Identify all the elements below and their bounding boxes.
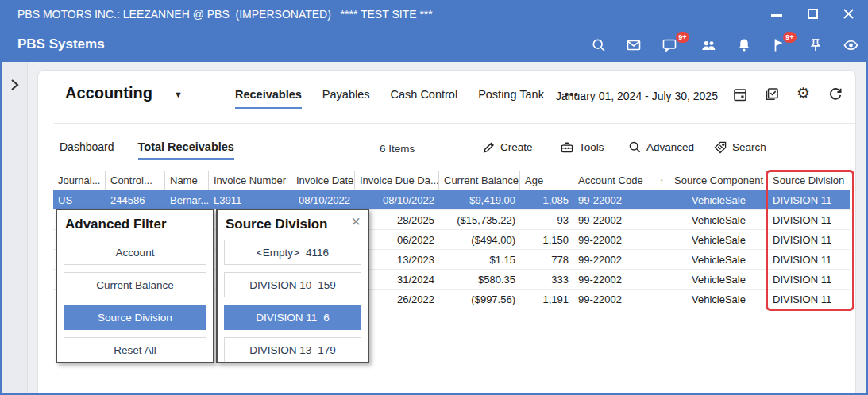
- cell-source-division: DIVISION 11: [768, 250, 850, 269]
- division-option-13[interactable]: DIVISION 13179: [224, 337, 361, 362]
- column-header-name[interactable]: Name: [165, 171, 209, 190]
- cell-age: 1,191: [520, 290, 573, 309]
- column-header-invoice-due-da[interactable]: Invoice Due Da...: [355, 171, 439, 190]
- pin-icon[interactable]: [808, 37, 824, 53]
- table-row[interactable]: US244586Bernar...L391108/10/202208/10/20…: [53, 190, 850, 210]
- cell-current-balance: ($997.56): [439, 290, 520, 309]
- tools-button[interactable]: Tools: [560, 140, 604, 154]
- table-header-row: Journal...Control...NameInvoice NumberIn…: [53, 171, 850, 190]
- cell-source-component: VehicleSale: [669, 210, 768, 229]
- pencil-icon: [482, 140, 496, 154]
- cell-age: 93: [520, 210, 573, 229]
- side-panel: [2, 62, 28, 393]
- cell-invoice-date: 08/10/2022: [291, 190, 355, 209]
- cell-account-code: 99-22002: [573, 230, 669, 249]
- tab-receivables[interactable]: Receivables: [235, 88, 302, 109]
- cell-current-balance: ($15,735.22): [439, 210, 520, 229]
- cell-account-code: 99-22002: [573, 190, 669, 209]
- column-header-invoice-number[interactable]: Invoice Number: [209, 171, 291, 190]
- chat-badge: 9+: [676, 32, 689, 43]
- tag-icon: [713, 140, 727, 154]
- column-header-journal[interactable]: Journal...: [53, 171, 106, 190]
- calendar-icon[interactable]: [732, 86, 748, 102]
- cell-invoice-due-da: 08/10/2022: [355, 190, 439, 209]
- filter-option-current-balance[interactable]: Current Balance: [64, 272, 206, 297]
- cell-account-code: 99-22002: [573, 210, 669, 229]
- magnifier-icon: [628, 140, 642, 154]
- minimize-button[interactable]: [771, 14, 782, 17]
- column-header-account-code[interactable]: Account Code↑: [573, 171, 669, 190]
- flag-badge: 9+: [783, 32, 797, 43]
- tab-dashboard[interactable]: Dashboard: [60, 140, 114, 160]
- advanced-filter-title: Advanced Filter: [65, 217, 206, 232]
- gear-icon[interactable]: ⚙: [797, 86, 810, 102]
- module-tabs: Receivables Payables Cash Control Postin…: [235, 88, 579, 109]
- cell-source-division: DIVISION 11: [768, 190, 850, 209]
- cell-account-code: 99-22002: [573, 290, 669, 309]
- column-header-age[interactable]: Age: [520, 171, 573, 190]
- cell-journal: US: [53, 190, 106, 209]
- cell-source-component: VehicleSale: [669, 230, 768, 249]
- close-icon[interactable]: ×: [351, 213, 361, 230]
- toolbox-icon: [560, 140, 574, 154]
- tab-total-receivables[interactable]: Total Receivables: [138, 140, 234, 160]
- cell-source-division: DIVISION 11: [768, 290, 850, 309]
- bell-icon[interactable]: [736, 37, 752, 53]
- tab-payables[interactable]: Payables: [322, 88, 370, 109]
- maximize-button[interactable]: [808, 9, 818, 19]
- tasks-icon[interactable]: [764, 86, 780, 102]
- filter-option-source-division[interactable]: Source Division: [64, 305, 206, 330]
- sort-ascending-icon: ↑: [660, 176, 665, 186]
- module-dropdown-arrow-icon[interactable]: ▼: [174, 90, 183, 99]
- cell-age: 1,085: [520, 190, 573, 209]
- advanced-filter-popup: Advanced Filter Account Current Balance …: [56, 209, 214, 363]
- search-icon[interactable]: [591, 37, 607, 53]
- cell-source-component: VehicleSale: [669, 270, 768, 289]
- window-title: PBS MOTORS INC.: LEEZANNEH @ PBS (IMPERS…: [17, 8, 433, 21]
- cell-account-code: 99-22002: [573, 250, 669, 269]
- mail-icon[interactable]: [626, 37, 642, 53]
- create-button[interactable]: Create: [482, 140, 533, 154]
- subnav-tabs: Dashboard Total Receivables: [60, 140, 234, 160]
- chat-icon[interactable]: [662, 37, 677, 53]
- cell-invoice-number: L3911: [209, 190, 291, 209]
- cell-age: 778: [520, 250, 573, 269]
- cell-source-division: DIVISION 11: [768, 270, 850, 289]
- division-option-11[interactable]: DIVISION 116: [224, 305, 361, 330]
- column-header-current-balance[interactable]: Current Balance: [439, 171, 520, 190]
- filter-option-account[interactable]: Account: [64, 240, 206, 265]
- cell-source-component: VehicleSale: [669, 190, 768, 209]
- date-range[interactable]: January 01, 2024 - July 30, 2025: [556, 90, 718, 102]
- column-header-invoice-date[interactable]: Invoice Date: [291, 171, 355, 190]
- module-title: Accounting: [65, 84, 152, 102]
- division-option-10[interactable]: DIVISION 10159: [224, 272, 361, 297]
- column-header-control[interactable]: Control...: [106, 171, 165, 190]
- expand-panel-chevron-icon[interactable]: [8, 78, 21, 92]
- tab-posting-tank[interactable]: Posting Tank: [478, 88, 544, 109]
- column-header-source-division[interactable]: Source Division: [768, 171, 850, 190]
- header-divider: [54, 123, 855, 124]
- people-icon[interactable]: [700, 37, 717, 53]
- refresh-icon[interactable]: [827, 86, 843, 102]
- app-name: PBS Systems: [17, 36, 105, 52]
- cell-current-balance: $580.35: [439, 270, 520, 289]
- cell-name: Bernar...: [165, 190, 209, 209]
- cell-source-component: VehicleSale: [669, 290, 768, 309]
- source-division-title: Source Division: [226, 217, 361, 232]
- cell-age: 333: [520, 270, 573, 289]
- column-header-source-component[interactable]: Source Component: [669, 171, 768, 190]
- close-button[interactable]: [843, 8, 854, 20]
- eye-icon[interactable]: [843, 37, 859, 53]
- tab-cash-control[interactable]: Cash Control: [391, 88, 458, 109]
- division-option-empty[interactable]: <Empty>4116: [224, 240, 361, 265]
- cell-source-division: DIVISION 11: [768, 230, 850, 249]
- cell-current-balance: ($494.00): [439, 230, 520, 249]
- cell-control: 244586: [106, 190, 165, 209]
- advanced-button[interactable]: Advanced: [628, 140, 694, 154]
- search-button[interactable]: Search: [713, 140, 766, 154]
- title-bar: PBS MOTORS INC.: LEEZANNEH @ PBS (IMPERS…: [0, 0, 868, 29]
- items-count: 6 Items: [380, 143, 415, 155]
- cell-current-balance: $9,419.00: [439, 190, 520, 209]
- cell-source-division: DIVISION 11: [768, 210, 850, 229]
- filter-option-reset-all[interactable]: Reset All: [64, 337, 206, 362]
